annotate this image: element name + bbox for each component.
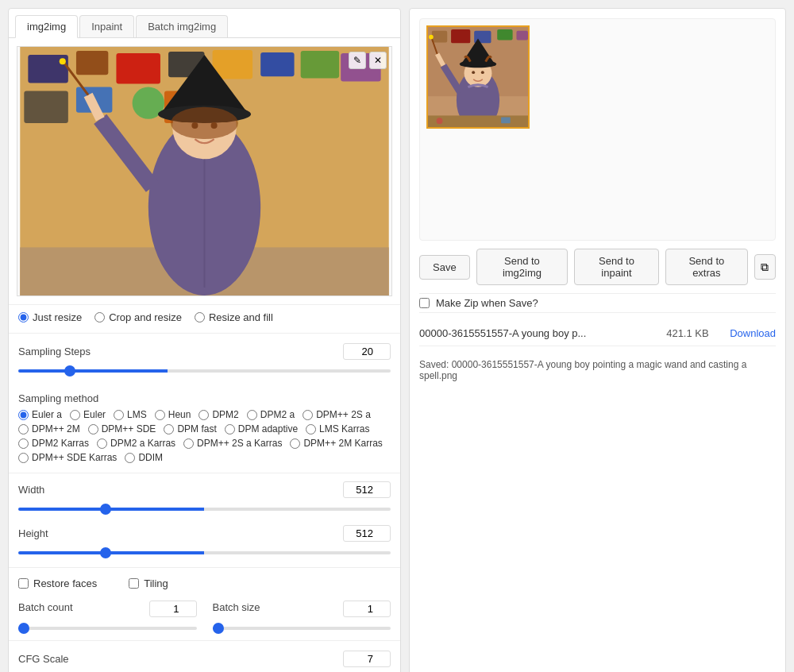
svg-point-38: [472, 71, 475, 74]
batch-size-slider[interactable]: [213, 627, 391, 630]
sampling-steps-section: Sampling Steps: [9, 337, 400, 388]
width-row: Width: [18, 481, 391, 498]
svg-rect-9: [24, 91, 68, 123]
batch-count-slider[interactable]: [18, 627, 197, 630]
tab-img2img[interactable]: img2img: [15, 15, 78, 38]
resize-fill-label: Resize and fill: [209, 311, 273, 323]
height-input[interactable]: [343, 525, 391, 542]
copy-button[interactable]: ⧉: [754, 254, 776, 280]
restore-faces-checkbox[interactable]: [18, 578, 29, 589]
make-zip-label: Make Zip when Save?: [436, 297, 538, 309]
method-dpm-adaptive[interactable]: DPM adaptive: [225, 423, 298, 434]
sampling-steps-row: Sampling Steps: [18, 343, 391, 360]
svg-rect-29: [432, 31, 447, 43]
svg-rect-32: [497, 29, 512, 41]
cfg-scale-section: CFG Scale: [9, 644, 400, 672]
send-to-inpaint-button[interactable]: Send to inpaint: [574, 249, 659, 285]
source-image: [17, 47, 391, 295]
resize-just-resize[interactable]: Just resize: [18, 311, 82, 323]
checkbox-row: Restore faces Tiling: [9, 571, 400, 596]
restore-faces-item[interactable]: Restore faces: [18, 577, 97, 589]
save-button[interactable]: Save: [419, 255, 470, 280]
make-zip-checkbox[interactable]: [419, 298, 430, 308]
batch-size-label: Batch size: [213, 601, 260, 613]
resize-options: Just resize Crop and resize Resize and f…: [9, 304, 400, 330]
make-zip-row: Make Zip when Save?: [419, 293, 776, 313]
method-dpm2[interactable]: DPM2: [198, 409, 238, 420]
divider-4: [9, 640, 400, 641]
sampling-steps-input[interactable]: [343, 343, 391, 360]
method-heun[interactable]: Heun: [155, 409, 191, 420]
resize-crop-label: Crop and resize: [109, 311, 182, 323]
resize-crop-and-resize[interactable]: Crop and resize: [94, 311, 182, 323]
output-image-area: [419, 18, 776, 241]
method-dpm2-a[interactable]: DPM2 a: [247, 409, 295, 420]
resize-just-resize-label: Just resize: [33, 311, 82, 323]
tiling-item[interactable]: Tiling: [129, 577, 168, 589]
height-row: Height: [18, 525, 391, 542]
method-dpmpp-2s-a-karras[interactable]: DPM++ 2S a Karras: [183, 438, 282, 449]
method-dpmpp-sde-karras[interactable]: DPM++ SDE Karras: [18, 452, 117, 463]
height-slider[interactable]: [18, 551, 391, 554]
width-label: Width: [18, 484, 44, 496]
method-dpmpp-sde[interactable]: DPM++ SDE: [88, 423, 156, 434]
resize-and-fill[interactable]: Resize and fill: [195, 311, 273, 323]
tab-batch-img2img[interactable]: Batch img2img: [136, 15, 228, 37]
resize-crop-radio[interactable]: [94, 312, 105, 322]
saved-message: Saved: 00000-3615551557-A young boy poin…: [419, 354, 776, 386]
divider-3: [9, 567, 400, 568]
left-panel: img2img Inpaint Batch img2img: [8, 8, 401, 672]
divider-2: [9, 473, 400, 473]
batch-size-row: Batch size: [213, 601, 391, 617]
image-close-button[interactable]: ✕: [369, 52, 387, 69]
svg-point-39: [481, 71, 484, 74]
svg-rect-46: [501, 117, 511, 123]
method-euler[interactable]: Euler: [70, 409, 106, 420]
cfg-scale-input[interactable]: [343, 651, 391, 667]
resize-fill-radio[interactable]: [195, 312, 205, 322]
download-link[interactable]: Download: [730, 327, 776, 339]
method-dpm-fast[interactable]: DPM fast: [164, 423, 216, 434]
method-dpmpp-2m[interactable]: DPM++ 2M: [18, 423, 80, 434]
tiling-label: Tiling: [144, 577, 168, 589]
batch-size-input[interactable]: [343, 601, 391, 617]
method-lms-karras[interactable]: LMS Karras: [306, 423, 369, 434]
file-row: 00000-3615551557-A young boy p... 421.1 …: [419, 321, 776, 346]
sampling-method-section: Sampling method Euler a Euler LMS Heun D…: [9, 388, 400, 469]
restore-faces-label: Restore faces: [33, 577, 97, 589]
svg-point-45: [437, 118, 443, 124]
sampling-steps-label: Sampling Steps: [18, 346, 91, 357]
file-size: 421.1 KB: [666, 327, 722, 339]
width-slider[interactable]: [18, 508, 391, 511]
sampling-steps-slider[interactable]: [18, 369, 391, 373]
method-ddim[interactable]: DDIM: [125, 452, 163, 463]
method-dpmpp-2s-a[interactable]: DPM++ 2S a: [303, 409, 371, 420]
sampling-method-label: Sampling method: [18, 392, 391, 404]
svg-rect-44: [428, 115, 528, 127]
resize-just-resize-radio[interactable]: [18, 312, 29, 322]
cfg-scale-row: CFG Scale: [18, 651, 391, 667]
tiling-checkbox[interactable]: [129, 578, 139, 589]
batch-count-input[interactable]: [149, 601, 197, 617]
tab-inpaint[interactable]: Inpaint: [79, 15, 134, 37]
image-edit-button[interactable]: ✎: [349, 52, 366, 69]
right-panel: Save Send to img2img Send to inpaint Sen…: [409, 8, 786, 672]
svg-rect-2: [76, 51, 108, 75]
method-euler-a[interactable]: Euler a: [18, 409, 62, 420]
method-lms[interactable]: LMS: [114, 409, 147, 420]
batch-count-row: Batch count: [18, 601, 197, 617]
batch-count-group: Batch count: [18, 601, 197, 632]
send-to-img2img-button[interactable]: Send to img2img: [476, 249, 569, 285]
width-input[interactable]: [343, 481, 391, 498]
send-to-extras-button[interactable]: Send to extras: [665, 249, 748, 285]
method-dpm2-karras[interactable]: DPM2 Karras: [18, 438, 89, 449]
output-image: [426, 25, 530, 129]
method-dpm2-a-karras[interactable]: DPM2 a Karras: [97, 438, 175, 449]
sampling-method-options: Euler a Euler LMS Heun DPM2 DPM2 a: [18, 409, 391, 463]
image-upload-area[interactable]: ✎ ✕: [17, 46, 392, 296]
method-dpmpp-2m-karras[interactable]: DPM++ 2M Karras: [290, 438, 382, 449]
sampling-steps-slider-container: [18, 363, 391, 381]
image-controls: ✎ ✕: [349, 52, 387, 69]
divider-1: [9, 333, 400, 334]
svg-point-26: [171, 107, 238, 139]
